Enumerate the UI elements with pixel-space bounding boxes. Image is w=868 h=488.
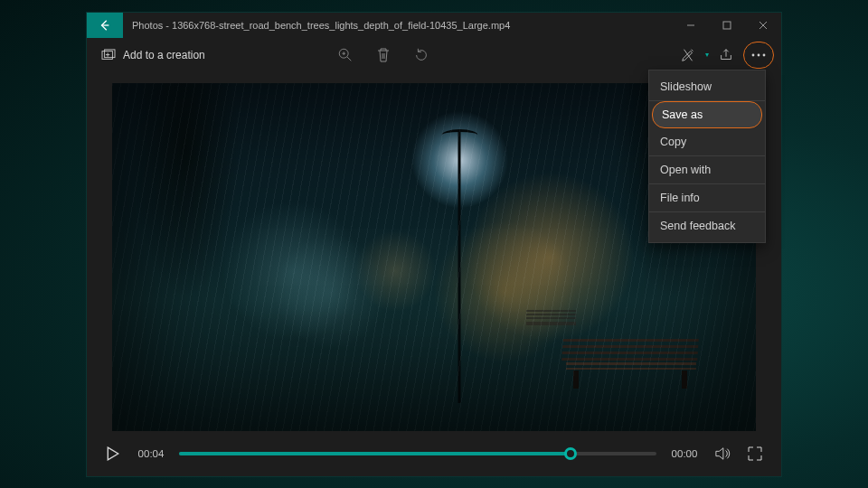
menu-item-copy[interactable]: Copy — [649, 128, 765, 156]
delete-button[interactable] — [366, 41, 401, 70]
menu-item-label: Slideshow — [660, 80, 712, 93]
volume-icon — [714, 446, 731, 461]
minimize-icon — [686, 21, 695, 30]
back-button[interactable] — [87, 13, 123, 38]
maximize-button[interactable] — [709, 13, 745, 38]
menu-item-file-info[interactable]: File info — [649, 184, 765, 212]
menu-item-send-feedback[interactable]: Send feedback — [649, 212, 765, 239]
menu-item-open-with[interactable]: Open with — [649, 156, 765, 184]
edit-button[interactable] — [671, 41, 705, 70]
fullscreen-button[interactable] — [745, 444, 765, 464]
add-to-creation-button[interactable]: Add to a creation — [94, 45, 212, 65]
arrow-left-icon — [99, 19, 111, 32]
seek-track[interactable] — [179, 452, 656, 455]
menu-item-label: File info — [660, 192, 700, 204]
photos-app-window: Photos - 1366x768-street_road_bench_tree… — [86, 12, 782, 477]
seek-thumb[interactable] — [564, 447, 577, 460]
fullscreen-icon — [748, 446, 762, 461]
menu-item-label: Send feedback — [660, 220, 735, 232]
share-button[interactable] — [709, 41, 743, 70]
menu-item-label: Save as — [662, 108, 703, 121]
app-toolbar: Add to a creation ▾ — [87, 38, 781, 72]
play-icon — [107, 446, 119, 461]
rotate-button[interactable] — [404, 41, 439, 70]
zoom-button[interactable] — [328, 41, 363, 70]
edit-tools-icon — [680, 47, 696, 63]
volume-button[interactable] — [712, 444, 732, 464]
more-options-button[interactable] — [743, 42, 774, 69]
add-creation-icon — [101, 49, 116, 61]
svg-point-4 — [752, 53, 755, 56]
maximize-icon — [722, 21, 731, 30]
window-control-group — [673, 13, 781, 38]
time-remaining: 00:00 — [669, 448, 700, 459]
close-icon — [759, 21, 768, 30]
playback-bar: 00:04 00:00 — [87, 431, 781, 476]
rotate-icon — [413, 47, 429, 63]
menu-item-label: Copy — [660, 136, 686, 148]
window-title: Photos - 1366x768-street_road_bench_tree… — [123, 20, 673, 31]
add-to-creation-label: Add to a creation — [123, 49, 205, 61]
svg-rect-0 — [723, 22, 731, 29]
menu-item-slideshow[interactable]: Slideshow — [649, 73, 765, 101]
close-button[interactable] — [745, 13, 781, 38]
minimize-button[interactable] — [673, 13, 709, 38]
menu-item-save-as[interactable]: Save as — [652, 101, 762, 128]
svg-point-5 — [758, 53, 760, 56]
menu-item-label: Open with — [660, 164, 711, 176]
magnifier-icon — [337, 47, 354, 63]
more-options-menu: Slideshow Save as Copy Open with File in… — [648, 70, 766, 243]
window-titlebar: Photos - 1366x768-street_road_bench_tree… — [87, 13, 781, 38]
play-button[interactable] — [103, 444, 123, 464]
time-elapsed: 00:04 — [136, 448, 166, 459]
seek-track-fill — [179, 452, 571, 455]
ellipsis-icon — [751, 53, 766, 57]
svg-point-6 — [763, 53, 766, 56]
trash-icon — [376, 47, 391, 63]
share-icon — [718, 47, 734, 63]
